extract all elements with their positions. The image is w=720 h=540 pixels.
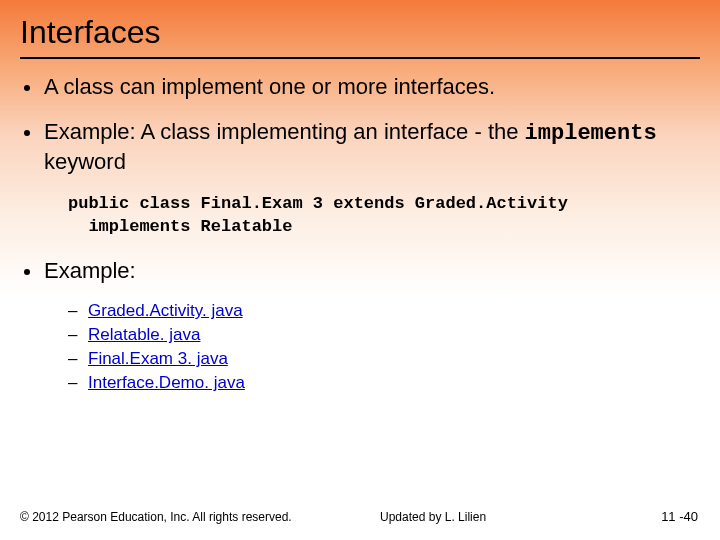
page-number: 11 -40: [661, 509, 698, 524]
link-final-exam3[interactable]: Final.Exam 3. java: [88, 349, 228, 369]
bullet-dot-icon: [24, 269, 30, 275]
code-block: public class Final.Exam 3 extends Graded…: [68, 193, 700, 239]
dash-icon: –: [68, 349, 88, 369]
dash-icon: –: [68, 325, 88, 345]
updated-by-text: Updated by L. Lilien: [380, 510, 486, 524]
bullet-dot-icon: [24, 130, 30, 136]
bullet-2-pre: Example: A class implementing an interfa…: [44, 119, 525, 144]
dash-icon: –: [68, 373, 88, 393]
bullet-2-text: Example: A class implementing an interfa…: [44, 118, 700, 177]
copyright-text: © 2012 Pearson Education, Inc. All right…: [20, 510, 292, 524]
list-item: – Relatable. java: [68, 325, 700, 345]
slide-footer: © 2012 Pearson Education, Inc. All right…: [0, 510, 720, 524]
implements-keyword: implements: [525, 121, 657, 146]
link-graded-activity[interactable]: Graded.Activity. java: [88, 301, 243, 321]
bullet-dot-icon: [24, 85, 30, 91]
example-file-list: – Graded.Activity. java – Relatable. jav…: [68, 301, 700, 393]
list-item: – Graded.Activity. java: [68, 301, 700, 321]
bullet-3: Example:: [20, 257, 700, 286]
bullet-1: A class can implement one or more interf…: [20, 73, 700, 102]
link-interface-demo[interactable]: Interface.Demo. java: [88, 373, 245, 393]
bullet-2: Example: A class implementing an interfa…: [20, 118, 700, 177]
bullet-3-text: Example:: [44, 257, 700, 286]
list-item: – Interface.Demo. java: [68, 373, 700, 393]
slide: Interfaces A class can implement one or …: [0, 0, 720, 540]
dash-icon: –: [68, 301, 88, 321]
slide-title: Interfaces: [20, 10, 700, 59]
list-item: – Final.Exam 3. java: [68, 349, 700, 369]
bullet-1-text: A class can implement one or more interf…: [44, 73, 700, 102]
bullet-2-post: keyword: [44, 149, 126, 174]
link-relatable[interactable]: Relatable. java: [88, 325, 200, 345]
